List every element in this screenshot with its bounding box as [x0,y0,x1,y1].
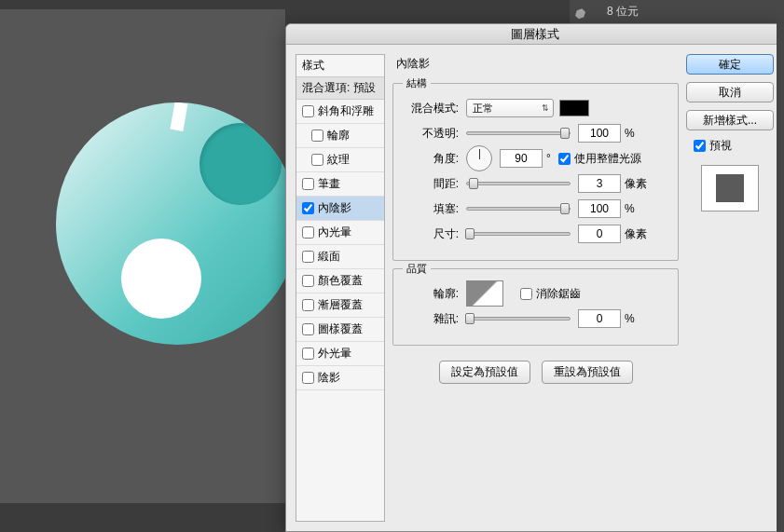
slider-thumb[interactable] [560,128,570,139]
sidebar-item-texture[interactable]: 紋理 [296,148,384,172]
shadow-color-swatch[interactable] [559,100,589,116]
noise-unit: % [625,312,635,325]
sidebar-item-bevel[interactable]: 斜角和浮雕 [296,100,384,124]
taiji-dark-dot [199,123,282,205]
panel-strip [777,23,784,532]
checkbox-contour-sub[interactable] [311,130,323,142]
angle-dial[interactable] [466,145,492,171]
noise-input[interactable] [578,309,621,328]
sidebar-item-inner-glow[interactable]: 內光暈 [296,221,384,245]
opacity-label: 不透明: [405,126,459,142]
blend-mode-label: 混合模式: [405,101,459,116]
right-panel: 確定 取消 新增樣式... 預視 [686,54,774,522]
angle-label: 角度: [405,151,459,167]
sidebar-item-stroke[interactable]: 筆畫 [296,172,384,197]
preview-swatch-inner [716,174,744,202]
contour-label: 輪廓: [405,286,459,302]
styles-sidebar: 樣式 混合選項: 預設 斜角和浮雕 輪廓 紋理 筆畫 內陰影 內光暈 緞面 顏色… [296,54,385,522]
noise-slider[interactable] [466,317,571,321]
checkbox-outer-glow[interactable] [302,348,314,360]
sidebar-item-drop-shadow[interactable]: 陰影 [296,366,384,390]
structure-legend: 結構 [403,76,431,90]
opacity-input[interactable] [578,124,621,143]
blend-mode-select[interactable]: 正常 [466,99,554,117]
angle-input[interactable] [500,149,543,168]
defaults-button-row: 設定為預設值 重設為預設值 [392,361,679,384]
opacity-unit: % [625,127,635,140]
preview-checkbox[interactable]: 預視 [686,138,774,154]
sidebar-item-color-overlay[interactable]: 顏色覆蓋 [296,269,384,293]
noise-label: 雜訊: [405,311,459,327]
slider-thumb[interactable] [560,203,570,214]
size-label: 尺寸: [405,226,459,242]
distance-input[interactable] [578,174,621,193]
sidebar-item-inner-shadow[interactable]: 內陰影 [296,197,384,221]
new-style-button[interactable]: 新增樣式... [686,110,774,130]
brush-icon [575,2,596,22]
canvas-artwork [56,102,289,363]
layer-style-dialog: 圖層樣式 樣式 混合選項: 預設 斜角和浮雕 輪廓 紋理 筆畫 內陰影 內光暈 … [285,23,784,532]
ok-button[interactable]: 確定 [686,54,774,75]
structure-fieldset: 結構 混合模式: 正常 不透明: % 角度: ° 使用整體光 [392,83,679,261]
checkbox-texture[interactable] [311,154,323,166]
sidebar-item-contour-sub[interactable]: 輪廓 [296,124,384,148]
choke-input[interactable] [578,199,621,218]
slider-thumb[interactable] [469,178,478,189]
global-light-checkbox[interactable]: 使用整體光源 [558,151,641,167]
quality-fieldset: 品質 輪廓: 消除鋸齒 雜訊: % [392,268,679,346]
checkbox-satin[interactable] [302,251,314,263]
taiji-notch [171,102,188,131]
taiji-shape [56,102,298,345]
preview-swatch [701,165,759,211]
bit-depth-label: 8 位元 [607,4,639,20]
distance-slider[interactable] [466,182,571,185]
sidebar-item-satin[interactable]: 緞面 [296,245,384,269]
quality-legend: 品質 [403,262,431,276]
taiji-white-dot [121,239,201,319]
center-panel: 內陰影 結構 混合模式: 正常 不透明: % 角度: [392,54,679,522]
slider-thumb[interactable] [465,313,475,324]
antialias-checkbox[interactable]: 消除鋸齒 [520,286,581,302]
choke-label: 填塞: [405,201,459,217]
size-unit: 像素 [625,226,647,242]
choke-unit: % [625,202,635,215]
checkbox-stroke[interactable] [302,178,314,190]
sidebar-item-outer-glow[interactable]: 外光暈 [296,342,384,366]
dialog-title: 圖層樣式 [286,24,783,45]
sidebar-subheader[interactable]: 混合選項: 預設 [296,77,384,100]
checkbox-pattern-overlay[interactable] [302,323,314,335]
opacity-slider[interactable] [466,131,571,135]
contour-picker[interactable] [466,280,503,307]
checkbox-drop-shadow[interactable] [302,372,314,384]
distance-unit: 像素 [625,176,647,192]
size-slider[interactable] [466,232,571,236]
sidebar-item-pattern-overlay[interactable]: 圖樣覆蓋 [296,318,384,342]
sidebar-header[interactable]: 樣式 [296,55,384,77]
angle-unit: ° [546,152,551,165]
panel-title: 內陰影 [392,54,679,75]
size-input[interactable] [578,225,621,243]
reset-default-button[interactable]: 重設為預設值 [542,361,633,384]
make-default-button[interactable]: 設定為預設值 [439,361,530,384]
top-toolbar: 8 位元 [570,0,784,23]
distance-label: 間距: [405,176,459,192]
checkbox-inner-glow[interactable] [302,226,314,239]
cancel-button[interactable]: 取消 [686,82,774,102]
checkbox-inner-shadow[interactable] [302,202,314,214]
canvas-area [0,9,285,503]
checkbox-color-overlay[interactable] [302,275,314,287]
checkbox-gradient-overlay[interactable] [302,299,314,311]
sidebar-item-gradient-overlay[interactable]: 漸層覆蓋 [296,293,384,318]
choke-slider[interactable] [466,207,571,211]
slider-thumb[interactable] [465,228,475,239]
checkbox-bevel[interactable] [302,105,314,117]
